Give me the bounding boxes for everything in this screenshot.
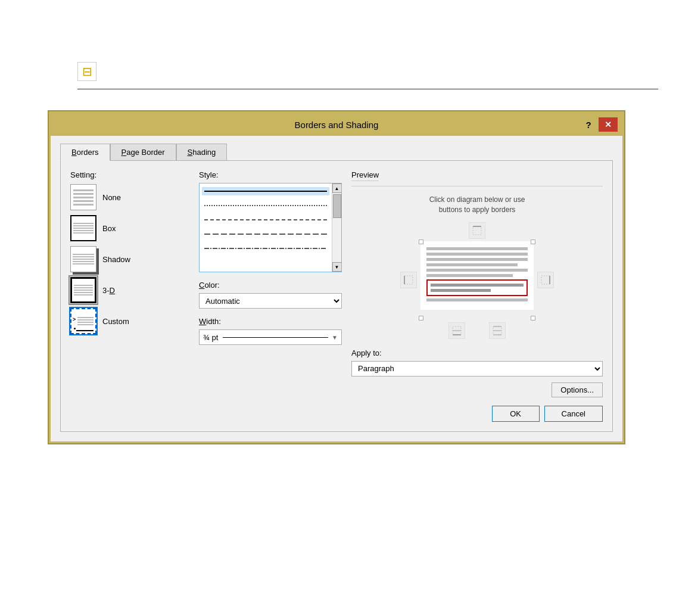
setting-shadow-label: Shadow: [102, 255, 130, 264]
preview-doc-content: [420, 241, 534, 310]
border-btn-right[interactable]: [537, 272, 554, 288]
borders-shading-dialog: Borders and Shading ? ✕ Borders Page Bor…: [48, 110, 625, 444]
width-dropdown-wrapper[interactable]: ¾ pt ▼: [199, 329, 342, 345]
corner-bl: [419, 316, 423, 321]
close-button[interactable]: ✕: [599, 117, 618, 132]
setting-shadow[interactable]: Shadow: [70, 246, 189, 272]
color-dropdown-wrapper: Automatic Black Red Blue: [199, 293, 342, 309]
style-list: [200, 183, 332, 272]
color-dropdown[interactable]: Automatic Black Red Blue: [199, 293, 342, 309]
dialog-body: Borders Page Border Shading Setting:: [51, 136, 622, 441]
width-section: Width: ¾ pt ▼: [199, 317, 342, 345]
svg-rect-4: [541, 276, 550, 284]
border-btn-top[interactable]: [469, 222, 485, 239]
width-value: ¾ pt: [203, 333, 218, 342]
toolbar-icon-symbol: ⊟: [82, 64, 92, 79]
corner-tl: [419, 239, 423, 244]
settings-panel: Setting: None: [70, 170, 189, 397]
apply-to-section: Apply to: Paragraph Text Cell Table: [351, 349, 603, 377]
dialog-title: Borders and Shading: [92, 120, 581, 130]
setting-none-icon: [70, 184, 96, 210]
style-item-solid[interactable]: [202, 187, 329, 195]
style-scrollbar: ▲ ▼: [332, 183, 341, 272]
style-label: Style:: [199, 170, 342, 179]
preview-instruction: Click on diagram below or usebuttons to …: [351, 195, 603, 215]
style-line-long-dashed: [204, 234, 327, 235]
toolbar-area: ⊟: [77, 54, 658, 89]
tab-bar: Borders Page Border Shading: [60, 143, 613, 160]
width-line-preview: [223, 337, 328, 338]
width-label: Width:: [199, 317, 342, 326]
style-item-dashdot[interactable]: [202, 244, 329, 253]
tab-shading[interactable]: Shading: [176, 144, 228, 161]
style-line-dashed: [204, 219, 327, 220]
apply-to-dropdown[interactable]: Paragraph Text Cell Table: [351, 361, 603, 377]
color-section: Color: Automatic Black Red Blue: [199, 281, 342, 309]
style-line-dotted: [204, 205, 327, 206]
scroll-thumb[interactable]: [333, 194, 341, 218]
preview-highlighted-section: [426, 279, 528, 296]
width-dropdown-arrow[interactable]: ▼: [332, 334, 338, 341]
setting-shadow-icon: [70, 246, 96, 272]
settings-label: Setting:: [70, 170, 189, 179]
style-list-container: ▲ ▼: [199, 183, 342, 272]
help-button[interactable]: ?: [581, 118, 596, 131]
setting-3d-icon: [70, 277, 96, 303]
dialog-footer: OK Cancel: [70, 406, 603, 422]
tab-content-borders: Setting: None: [60, 160, 613, 432]
options-button[interactable]: Options...: [552, 382, 603, 397]
setting-custom-icon: >: [70, 308, 96, 334]
svg-rect-0: [473, 226, 481, 235]
setting-custom-label: Custom: [102, 317, 129, 326]
preview-area: [351, 222, 603, 339]
color-label: Color:: [199, 281, 342, 290]
titlebar-buttons: ? ✕: [581, 117, 618, 132]
style-item-dashed[interactable]: [202, 216, 329, 224]
preview-header: Preview: [351, 170, 603, 186]
preview-document-wrapper: [420, 241, 534, 319]
style-section: Style:: [199, 170, 342, 272]
preview-label: Preview: [351, 170, 379, 181]
tab-borders[interactable]: Borders: [60, 144, 110, 161]
border-btn-bottom-left[interactable]: [448, 322, 465, 339]
setting-box[interactable]: Box: [70, 215, 189, 241]
svg-rect-2: [404, 276, 413, 284]
apply-to-label: Apply to:: [351, 349, 603, 357]
preview-middle-row: [400, 241, 554, 319]
tab-page-border[interactable]: Page Border: [110, 144, 176, 161]
setting-3d[interactable]: 3-D: [70, 277, 189, 303]
style-line-solid: [204, 191, 327, 192]
style-line-dashdot: [204, 248, 327, 249]
setting-box-icon: [70, 215, 96, 241]
setting-none[interactable]: None: [70, 184, 189, 210]
style-item-dotted[interactable]: [202, 201, 329, 210]
cancel-button[interactable]: Cancel: [544, 406, 603, 422]
scroll-up-arrow[interactable]: ▲: [332, 183, 342, 193]
style-panel: Style:: [199, 170, 342, 397]
preview-top-row: [469, 222, 485, 239]
border-btn-left[interactable]: [400, 272, 417, 288]
toolbar-icon[interactable]: ⊟: [77, 62, 96, 81]
main-layout: Setting: None: [70, 170, 603, 397]
dialog-titlebar: Borders and Shading ? ✕: [51, 113, 622, 136]
preview-panel: Preview Click on diagram below or usebut…: [351, 170, 603, 397]
options-row: Options...: [351, 382, 603, 397]
corner-tr: [531, 239, 535, 244]
setting-none-label: None: [102, 193, 121, 202]
style-item-long-dashed[interactable]: [202, 230, 329, 238]
setting-custom[interactable]: > Custom: [70, 308, 189, 334]
border-btn-bottom-right[interactable]: [489, 322, 506, 339]
ok-button[interactable]: OK: [492, 406, 540, 422]
setting-3d-label: 3-D: [102, 286, 115, 295]
corner-br: [531, 316, 535, 321]
scroll-down-arrow[interactable]: ▼: [332, 262, 342, 272]
preview-bottom-row: [448, 322, 506, 339]
apply-to-row: Paragraph Text Cell Table: [351, 361, 603, 377]
setting-box-label: Box: [102, 224, 116, 233]
